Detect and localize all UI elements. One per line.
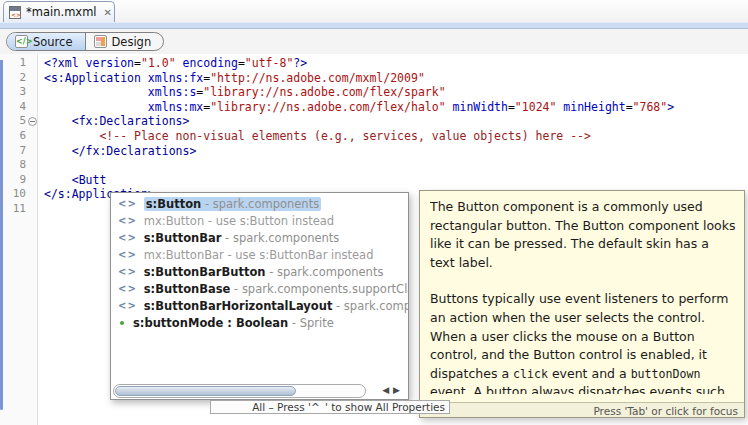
line-number: 3 [19,85,26,100]
tab-highlight-band [0,22,748,29]
line-number: 4 [19,100,26,115]
completion-item[interactable]: <>s:ButtonBarHorizontalLayout - spark.co… [111,297,408,314]
documentation-popup[interactable]: The Button component is a commonly used … [419,190,745,418]
completion-item[interactable]: <>mx:Button - use s:Button instead [111,212,408,229]
scroll-right-icon: ▶ [393,385,404,395]
line-number: 7 [19,144,26,159]
completion-item[interactable]: <>mx:ButtonBar - use s:ButtonBar instead [111,246,408,263]
line-number: 8 [19,158,26,173]
tag-icon: <> [118,232,137,243]
tag-icon: <> [118,215,137,226]
editor-tab-bar: *main.mxml ✕ [0,0,748,22]
view-mode-switch: </> Source Design [6,32,164,51]
completion-item[interactable]: <>s:Button - spark.components [111,195,408,212]
code-line[interactable]: <Butt [44,173,106,188]
source-code-icon: </> [15,35,28,48]
tag-icon: <> [118,198,137,209]
code-line[interactable]: xmlns:mx="library://ns.adobe.com/flex/ha… [44,100,674,115]
code-line[interactable]: <fx:Declarations> [44,114,189,129]
tab-main-mxml[interactable]: *main.mxml ✕ [3,1,115,22]
completion-item[interactable]: <>s:ButtonBar - spark.components [111,229,408,246]
line-number: 11 [13,202,26,217]
completion-item[interactable]: <>s:ButtonBase - spark.components.suppor… [111,280,408,297]
tag-icon: <> [118,249,137,260]
completion-item-label: s:ButtonBarHorizontalLayout - spark.comp… [144,299,408,313]
scroll-left-icon: ◀ [382,385,393,395]
completion-item-label: s:Button - spark.components [144,197,321,211]
code-line[interactable]: xmlns:s="library://ns.adobe.com/flex/spa… [44,85,446,100]
design-label: Design [112,35,152,49]
completion-item-label: s:buttonMode : Boolean - Sprite [133,316,334,330]
close-icon[interactable]: ✕ [104,7,112,18]
scrollbar-arrow-icons[interactable]: ◀▶ [382,385,404,395]
tag-icon: <> [118,283,137,294]
design-view-button[interactable]: Design [86,33,164,50]
completion-item[interactable]: s:buttonMode : Boolean - Sprite [111,314,408,331]
line-number: 6 [19,129,26,144]
code-line[interactable]: <s:Application xmlns:fx="http://ns.adobe… [44,71,425,86]
left-edge-strip [0,60,3,410]
completion-item-label: s:ButtonBarButton - spark.components [144,265,384,279]
line-number: 1 [19,56,26,71]
completion-item-label: mx:ButtonBar - use s:ButtonBar instead [144,248,374,262]
code-line[interactable]: <?xml version="1.0" encoding="utf-8"?> [44,56,307,71]
assist-status-bar: All – Press '^_' to show All Properties [210,400,450,414]
design-layout-icon [94,35,107,48]
line-number: 5 [19,114,26,129]
completion-item[interactable]: <>s:ButtonBarButton - spark.components [111,263,408,280]
source-design-toolbar: </> Source Design [0,29,748,54]
completion-item-label: mx:Button - use s:Button instead [144,214,334,228]
horizontal-scrollbar[interactable]: ◀▶ [113,384,406,398]
completion-list: <>s:Button - spark.components<>mx:Button… [111,195,408,331]
completion-item-label: s:ButtonBar - spark.components [144,231,340,245]
scrollbar-thumb[interactable] [115,386,296,396]
line-number-ruler: 1234567891011 [0,54,38,425]
fold-collapse-icon[interactable] [28,117,37,126]
code-line[interactable]: </fx:Declarations> [44,144,196,159]
line-number: 9 [19,173,26,188]
tab-title: *main.mxml [26,5,97,19]
line-number: 2 [19,71,26,86]
code-line[interactable]: <!-- Place non-visual elements (e.g., se… [44,129,591,144]
source-view-button[interactable]: </> Source [7,33,86,50]
line-number: 10 [13,187,26,202]
tag-icon: <> [118,300,137,311]
mxml-file-icon [9,6,21,19]
docs-status-bar: Press 'Tab' or click for focus [420,402,744,417]
property-icon [120,321,124,325]
scrollbar-track[interactable] [113,384,366,398]
completion-item-label: s:ButtonBase - spark.components.supportC… [144,282,408,296]
content-assist-popup: <>s:Button - spark.components<>mx:Button… [110,192,409,400]
documentation-text: The Button component is a commonly used … [430,198,736,394]
tag-icon: <> [118,266,137,277]
source-label: Source [33,35,73,49]
